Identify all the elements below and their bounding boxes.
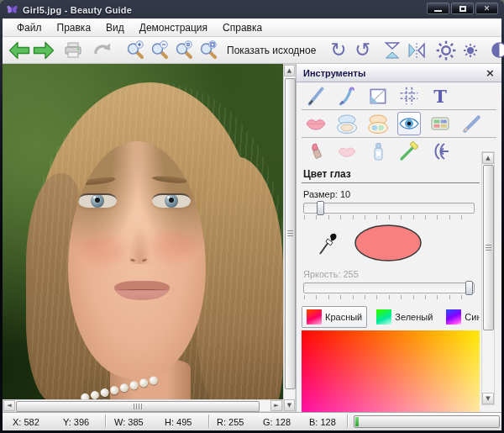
- zoom-fit-button[interactable]: [196, 39, 220, 61]
- flip-horizontal-icon: [407, 40, 427, 61]
- image-horizontal-scrollbar[interactable]: ◄ ►: [3, 399, 283, 412]
- scroll-right-button[interactable]: ►: [270, 400, 282, 411]
- lips-icon: [305, 116, 327, 131]
- text-tool-button[interactable]: T: [428, 84, 452, 108]
- eyedropper-button[interactable]: [315, 228, 340, 260]
- red-gradient-swatch-icon: [307, 309, 322, 325]
- zoom-fit-icon: [198, 40, 218, 61]
- print-button[interactable]: [60, 39, 85, 61]
- forward-button[interactable]: [31, 39, 55, 61]
- tools-panel-title: Инструменты: [303, 68, 365, 78]
- back-button[interactable]: [7, 39, 31, 61]
- eye-color-tool-button[interactable]: [397, 112, 421, 135]
- app-butterfly-icon[interactable]: [6, 3, 18, 18]
- tools-panel-header[interactable]: Инструменты ×: [297, 64, 501, 82]
- palette-icon: [429, 113, 451, 135]
- image-hscroll-thumb[interactable]: [16, 401, 260, 412]
- size-slider-thumb[interactable]: [317, 201, 324, 215]
- status-b: B: 128: [309, 417, 336, 427]
- tab-blue-label: Синий: [465, 312, 480, 322]
- eye-color-heading: Цвет глаз: [302, 166, 480, 183]
- tab-green[interactable]: Зеленый: [372, 307, 437, 327]
- zoom-actual-button[interactable]: [171, 39, 196, 61]
- brightness-slider-thumb[interactable]: [465, 281, 473, 295]
- rotate-ccw-button[interactable]: ↺: [350, 39, 375, 61]
- pen-icon: [305, 85, 327, 107]
- menu-demonstration[interactable]: Демонстрация: [132, 20, 215, 35]
- tools-panel: Инструменты ×: [296, 64, 501, 412]
- text-tool-icon: T: [433, 87, 447, 105]
- lotion-bottle-tool-button[interactable]: [366, 140, 390, 163]
- lips-light-icon: [337, 145, 357, 158]
- menu-file[interactable]: Файл: [9, 20, 50, 35]
- status-g: G: 128: [263, 417, 291, 427]
- maximize-button[interactable]: [451, 3, 474, 14]
- menu-view[interactable]: Вид: [98, 20, 132, 35]
- zoom-in-button[interactable]: [123, 39, 147, 61]
- powder-compact-tool-button[interactable]: [335, 112, 359, 135]
- pen-tool-button[interactable]: [304, 84, 328, 108]
- brightness-sun-icon: [435, 40, 457, 61]
- image-vscroll-thumb[interactable]: [285, 78, 296, 389]
- green-gradient-swatch-icon: [376, 309, 391, 325]
- saturation-button[interactable]: [458, 39, 482, 61]
- panel-scrollbar[interactable]: ▲ ▼: [481, 151, 495, 405]
- status-x: X: 582: [13, 417, 39, 427]
- status-divider: [105, 415, 107, 428]
- panel-scroll-down-button[interactable]: ▼: [482, 393, 494, 404]
- tab-blue[interactable]: Синий: [442, 307, 480, 327]
- printer-icon: [63, 40, 83, 61]
- size-slider[interactable]: [303, 203, 475, 214]
- toothbrush-tool-button[interactable]: [397, 140, 421, 163]
- rotate-cw-button[interactable]: ↻: [326, 39, 350, 61]
- eyeshadow-compact-tool-button[interactable]: [366, 112, 390, 135]
- lipstick-icon: [305, 140, 327, 162]
- flip-horizontal-button[interactable]: [404, 39, 428, 61]
- brush-tool-button[interactable]: [335, 84, 359, 108]
- status-w: W: 385: [114, 417, 144, 427]
- brightness-button[interactable]: [433, 39, 458, 61]
- rotate-ccw-icon: ↺: [354, 40, 370, 60]
- lips-light-tool-button[interactable]: [335, 140, 359, 163]
- canvas-tool-button[interactable]: [366, 84, 390, 108]
- redo-arrow-icon: [92, 40, 113, 61]
- undo-arrows-tool-button[interactable]: [428, 140, 452, 163]
- zoom-in-icon: [125, 40, 145, 61]
- contrast-button[interactable]: [487, 39, 504, 61]
- zoom-out-icon: [150, 40, 170, 61]
- eyeshadow-compact-icon: [367, 114, 390, 135]
- panel-close-button[interactable]: ×: [486, 67, 495, 78]
- pencil-tool-button[interactable]: [459, 112, 483, 135]
- grid-tool-button[interactable]: [397, 84, 421, 108]
- lipstick-tool-button[interactable]: [304, 140, 328, 163]
- close-button[interactable]: ✕: [475, 3, 498, 14]
- size-slider-ticks: [304, 215, 474, 219]
- panel-scroll-up-button[interactable]: ▲: [482, 152, 494, 164]
- scroll-up-button[interactable]: ▲: [284, 65, 295, 77]
- eyedropper-icon: [315, 228, 340, 258]
- contrast-icon: [490, 40, 504, 60]
- minimize-button[interactable]: [427, 3, 449, 14]
- photo-canvas[interactable]: [3, 64, 283, 399]
- zoom-out-button[interactable]: [147, 39, 171, 61]
- saturation-sun-icon: [463, 43, 478, 58]
- title-bar[interactable]: Girl5.jpg - Beauty Guide ✕: [0, 0, 504, 18]
- flip-vertical-icon: [382, 40, 402, 61]
- scroll-grip-icon: [486, 245, 491, 251]
- redo-button[interactable]: [90, 39, 114, 61]
- palette-tool-button[interactable]: [428, 112, 452, 135]
- tab-red[interactable]: Красный: [302, 306, 367, 328]
- menu-edit[interactable]: Правка: [50, 20, 99, 35]
- image-vertical-scrollbar[interactable]: ▲ ▼: [283, 64, 296, 412]
- flip-vertical-button[interactable]: [380, 39, 404, 61]
- brightness-slider[interactable]: [303, 283, 475, 293]
- lips-tool-button[interactable]: [304, 112, 328, 135]
- menu-help[interactable]: Справка: [215, 20, 270, 35]
- color-gradient-picker[interactable]: [302, 330, 480, 412]
- app-window: Girl5.jpg - Beauty Guide ✕ Файл Правка В…: [0, 0, 504, 433]
- scroll-left-button[interactable]: ◄: [3, 400, 15, 411]
- show-original-button[interactable]: Показать исходное: [220, 45, 326, 56]
- current-color-preview: [354, 224, 423, 264]
- scroll-down-button[interactable]: ▼: [284, 399, 295, 411]
- panel-scroll-thumb[interactable]: [483, 165, 494, 330]
